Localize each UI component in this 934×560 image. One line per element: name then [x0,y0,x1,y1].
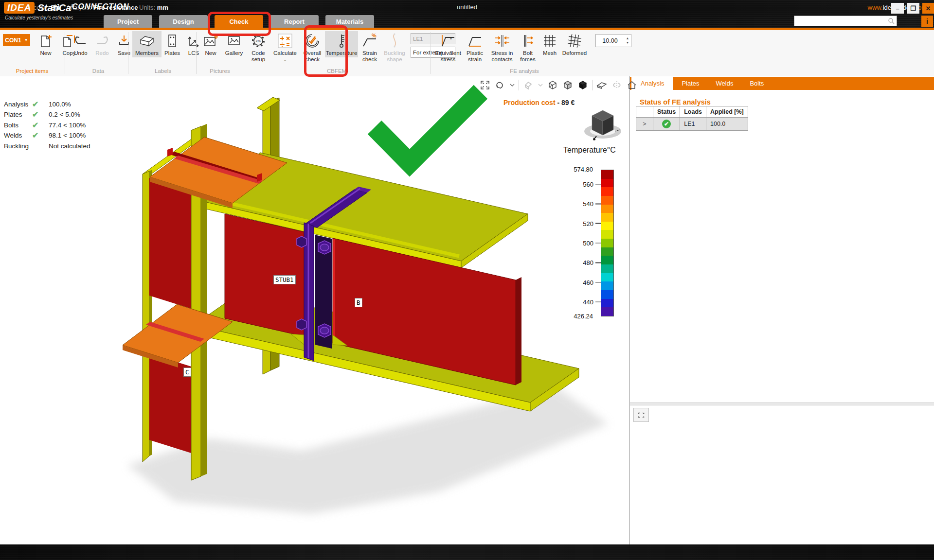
production-cost: Production cost - 89 € [503,99,575,106]
info-button[interactable]: i [921,16,933,27]
clip-view-icon[interactable] [596,79,608,91]
label-stub[interactable]: STUB1 [273,275,296,284]
strain-curve-icon [467,32,483,50]
plastic-strain-button[interactable]: Plastic strain [462,31,487,64]
home-view-icon[interactable] [626,79,638,91]
expand-arrows-icon [637,412,645,419]
tab-plates[interactable]: Plates [673,77,707,90]
logo-idea-badge: IDEA [4,2,35,14]
ribbon: CON1▼ New Copy Project items [0,30,934,77]
connection-item-dropdown[interactable]: CON1▼ [3,34,30,46]
shaded-cube-icon[interactable] [562,79,574,91]
gear-icon: </> [251,32,266,50]
app-logo: IDEA StatiCa® [4,2,74,14]
status-row-bolts: Bolts✔77.4 < 100% [4,120,86,130]
results-tabbar: Analysis Plates Welds Bolts [630,77,934,90]
rotate-view-icon[interactable] [494,79,506,91]
accent-divider [0,28,934,30]
redo-button: Redo [91,31,113,57]
stress-curve-icon [440,32,456,50]
solid-cube-icon[interactable] [577,79,589,91]
deformed-button[interactable]: Deformed [560,31,589,57]
calculate-button[interactable]: Calculate⌄ [270,31,300,64]
product-name: CONNECTION [72,2,129,11]
tab-materials[interactable]: Materials [325,15,374,28]
stress-in-contacts-button[interactable]: Stress in contacts [487,31,517,64]
row-expander[interactable]: > [636,118,653,131]
tab-report[interactable]: Report [270,15,319,28]
minimize-button[interactable]: – [891,3,904,14]
tab-welds[interactable]: Welds [708,77,742,90]
temperature-button[interactable]: Temperature [325,31,358,57]
table-row[interactable]: > ✔ LE1 100.0 [636,118,748,131]
tab-design[interactable]: Design [159,15,208,28]
tab-project[interactable]: Project [104,15,152,28]
wireframe-cube-icon[interactable] [547,79,558,91]
scale-tick: 480 [583,259,601,266]
equivalent-stress-button[interactable]: Equivalent stress [434,31,462,64]
search-input[interactable] [794,18,888,24]
expand-section-button[interactable] [633,408,649,422]
strain-check-button[interactable]: % Strain check [358,31,381,64]
production-cost-value: - 89 € [557,99,575,106]
mesh-button[interactable]: Mesh [539,31,560,57]
label-column-c[interactable]: C [183,368,191,377]
scale-tick: 560 [583,180,601,188]
group-label-pictures: Pictures [197,68,243,75]
overall-check-button[interactable]: Overall check [300,31,325,64]
bolt-forces-icon [521,32,535,50]
maximize-button[interactable]: ❐ [907,3,919,14]
scale-tick: 520 [583,220,601,227]
search-box[interactable] [794,16,897,26]
bolt-forces-button[interactable]: Bolt forces [517,31,539,64]
plates-button[interactable]: Plates [162,31,183,57]
scale-spinner[interactable]: 10.00 ▲▼ [595,34,631,47]
tab-check[interactable]: Check [215,15,263,28]
contact-stress-icon [494,32,510,50]
save-icon [117,32,131,50]
check-icon: ✔ [32,131,49,140]
ribbon-group-project-items: CON1▼ New Copy [3,31,81,68]
strain-check-icon: % [361,32,378,50]
ribbon-group-pictures: New Gallery [199,31,246,68]
svg-text:</>: </> [255,39,261,43]
fit-view-icon[interactable] [479,79,491,91]
redo-icon [95,32,109,50]
status-row-welds: Welds✔98.1 < 100% [4,130,86,140]
mirror-view-icon [611,79,623,91]
temperature-scale: 574.80 426.24 560540520500480460440 [560,170,614,315]
group-label-data: Data [70,68,126,75]
new-picture-button[interactable]: New [199,31,222,57]
deformed-mesh-icon [567,32,582,50]
ribbon-group-fe-analysis: Equivalent stress Plastic strain Stress … [434,31,631,68]
gallery-icon [227,32,241,50]
scale-tick: 500 [583,240,601,247]
label-beam-b[interactable]: B [355,298,362,307]
scale-tick: 440 [583,298,601,306]
check-icon: ✔ [32,100,49,109]
viewport-toolbar [479,79,638,91]
close-button[interactable]: ✕ [922,3,934,14]
svg-text:%: % [372,33,377,38]
axes-icon [186,32,201,50]
scale-tick: 460 [583,279,601,286]
calculate-icon [277,32,293,50]
new-picture-icon [203,32,218,50]
tab-bolts[interactable]: Bolts [741,77,772,90]
tagline: Calculate yesterday's estimates [5,15,73,20]
check-icon: ✔ [32,121,49,130]
code-setup-button[interactable]: </> Code setup [246,31,270,64]
app-window: IDEA StatiCa® CONNECTION Calculate yeste… [0,0,934,560]
chevron-down-icon: ⌄ [284,58,287,62]
undo-button[interactable]: Undo [70,31,91,57]
rotate-options-chevron-icon[interactable] [509,79,515,91]
viewport-3d[interactable] [0,76,629,544]
overall-check-icon [304,32,321,50]
new-item-button[interactable]: New [34,31,57,57]
members-button[interactable]: Members [132,31,162,57]
panel-divider[interactable] [630,402,934,405]
navigation-cube[interactable] [583,106,623,143]
document-title: untitled [0,3,934,11]
buckling-shape-button: Buckling shape [381,31,408,64]
status-ok-icon: ✔ [662,120,671,128]
